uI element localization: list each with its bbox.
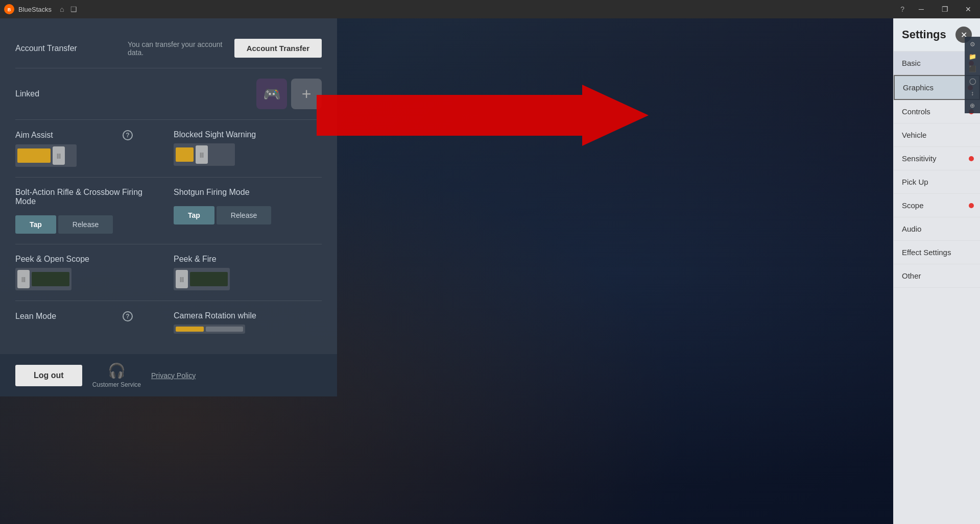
camera-rotation-label: Camera Rotation while [174, 311, 322, 320]
app-logo: B [4, 4, 14, 14]
camera-rotation-slider[interactable] [174, 325, 245, 334]
aim-assist-fill [17, 148, 51, 163]
settings-panel: Account Transfer You can transfer your a… [0, 18, 337, 396]
lean-mode-label-row: Lean Mode ? [15, 311, 163, 321]
edge-icon-3[interactable]: ⬛ [967, 63, 978, 74]
sidebar-item-pickup-label: Pick Up [902, 178, 928, 186]
blocked-sight-handle[interactable]: ||| [196, 145, 208, 164]
shotgun-mode: Tap Release [174, 206, 322, 224]
peek-fire-label: Peek & Fire [174, 255, 322, 264]
sidebar-item-effect-settings-label: Effect Settings [902, 248, 951, 257]
add-icon: + [302, 85, 312, 104]
sidebar-title: Settings [902, 28, 946, 41]
aim-assist-col: Aim Assist ? ||| [15, 130, 163, 167]
home-icon[interactable]: ⌂ [60, 5, 64, 13]
gamepad-icon: 🎮 [263, 86, 281, 103]
bolt-action-tap-button[interactable]: Tap [15, 215, 56, 234]
bolt-action-release-button[interactable]: Release [58, 215, 113, 234]
sidebar-item-scope[interactable]: Scope [894, 194, 980, 217]
title-bar: B BlueStacks ⌂ ❑ ? ─ ❐ ✕ [0, 0, 980, 18]
sidebar-item-basic-label: Basic [902, 59, 921, 67]
sidebar-item-sensitivity[interactable]: Sensitivity [894, 147, 980, 170]
blocked-sight-label: Blocked Sight Warning [174, 130, 276, 139]
linked-main: Linked 🎮 + [15, 79, 322, 109]
settings-content: Account Transfer You can transfer your a… [0, 18, 337, 354]
maximize-button[interactable]: ❐ [933, 0, 957, 18]
privacy-policy-link[interactable]: Privacy Policy [151, 371, 196, 380]
aim-assist-help-icon[interactable]: ? [123, 130, 133, 140]
peek-scope-fill [32, 272, 69, 286]
firing-mode-row: Bolt-Action Rifle & Crossbow Firing Mode… [15, 178, 322, 244]
peek-scope-col: Peek & Open Scope ||| [15, 255, 163, 290]
linked-icons: 🎮 + [256, 79, 322, 109]
edge-icon-6[interactable]: ⊕ [967, 100, 978, 111]
sidebar-item-other-label: Other [902, 271, 921, 280]
aim-assist-label: Aim Assist [15, 131, 117, 140]
account-transfer-desc: You can transfer your account data. [128, 40, 224, 57]
sidebar-item-pickup[interactable]: Pick Up [894, 170, 980, 194]
add-account-box[interactable]: + [291, 79, 322, 109]
minimize-button[interactable]: ─ [910, 0, 933, 18]
aim-assist-row: Aim Assist ? ||| Blocked Sight Warning [15, 120, 322, 178]
aim-assist-slider[interactable]: ||| [15, 144, 77, 167]
sidebar-item-sensitivity-label: Sensitivity [902, 154, 937, 163]
bolt-action-col: Bolt-Action Rifle & Crossbow Firing Mode… [15, 188, 163, 234]
close-window-button[interactable]: ✕ [957, 0, 980, 18]
peek-fire-col: Peek & Fire ||| [174, 255, 322, 290]
peek-fire-slider[interactable]: ||| [174, 268, 230, 290]
shotgun-release-button[interactable]: Release [217, 206, 271, 224]
shotgun-label: Shotgun Firing Mode [174, 188, 322, 197]
peek-row: Peek & Open Scope ||| Peek & Fire ||| [15, 244, 322, 301]
peek-fire-fill [190, 272, 228, 286]
sidebar-item-vehicle[interactable]: Vehicle [894, 123, 980, 147]
lean-mode-col: Lean Mode ? [15, 311, 163, 334]
blocked-sight-slider[interactable]: ||| [174, 143, 235, 166]
logout-button[interactable]: Log out [15, 365, 82, 386]
edge-icon-1[interactable]: ⚙ [967, 39, 978, 50]
help-icon[interactable]: ? [900, 5, 904, 13]
edge-icon-4[interactable]: ◯ [967, 76, 978, 87]
headset-icon: 🎧 [108, 362, 126, 379]
sidebar-item-graphics-label: Graphics [903, 83, 934, 92]
camera-rotation-col: Camera Rotation while [174, 311, 322, 334]
edge-icon-5[interactable]: ↕ [967, 88, 978, 99]
edge-icon-2[interactable]: 📁 [967, 51, 978, 62]
main-area: Account Transfer You can transfer your a… [0, 18, 980, 524]
camera-rotation-empty [206, 327, 243, 332]
linked-row: Linked 🎮 + [15, 68, 322, 120]
sidebar-item-effect-settings[interactable]: Effect Settings [894, 241, 980, 264]
sidebar-item-scope-label: Scope [902, 201, 924, 210]
sidebar-item-audio-label: Audio [902, 224, 921, 233]
camera-rotation-fill [176, 327, 204, 332]
lean-mode-help-icon[interactable]: ? [123, 311, 133, 321]
account-transfer-action: Account Transfer [234, 39, 322, 58]
linked-label: Linked [15, 89, 117, 98]
account-transfer-main: Account Transfer You can transfer your a… [15, 39, 322, 58]
sidebar-item-vehicle-label: Vehicle [902, 131, 926, 139]
peek-scope-slider[interactable]: ||| [15, 268, 71, 290]
window-controls: ? ─ ❐ ✕ [900, 0, 980, 18]
customer-service-link[interactable]: 🎧 Customer Service [92, 362, 141, 388]
copy-icon[interactable]: ❑ [70, 5, 77, 13]
sidebar-items: Basic Graphics Controls Vehicle Sensitiv… [894, 52, 980, 524]
sidebar-item-audio[interactable]: Audio [894, 217, 980, 241]
lean-mode-label: Lean Mode [15, 312, 117, 321]
peek-scope-handle[interactable]: ||| [17, 270, 30, 288]
sidebar-item-other[interactable]: Other [894, 264, 980, 288]
aim-assist-handle[interactable]: ||| [53, 146, 65, 165]
right-edge-icons: ⚙ 📁 ⬛ ◯ ↕ ⊕ [965, 37, 980, 113]
gamepad-icon-box: 🎮 [256, 79, 287, 109]
account-transfer-label: Account Transfer [15, 44, 117, 53]
bolt-action-label: Bolt-Action Rifle & Crossbow Firing Mode [15, 188, 163, 206]
sidebar-dot-sensitivity [969, 156, 974, 161]
blocked-sight-col: Blocked Sight Warning ||| [174, 130, 322, 167]
account-transfer-row: Account Transfer You can transfer your a… [15, 29, 322, 68]
svg-text:B: B [8, 7, 11, 12]
account-transfer-button[interactable]: Account Transfer [234, 39, 322, 58]
app-name: BlueStacks [18, 6, 52, 13]
peek-scope-label: Peek & Open Scope [15, 255, 163, 264]
sidebar-item-controls-label: Controls [902, 107, 930, 116]
shotgun-tap-button[interactable]: Tap [174, 206, 214, 224]
peek-fire-handle[interactable]: ||| [176, 270, 188, 288]
game-area: Account Transfer You can transfer your a… [0, 18, 893, 524]
